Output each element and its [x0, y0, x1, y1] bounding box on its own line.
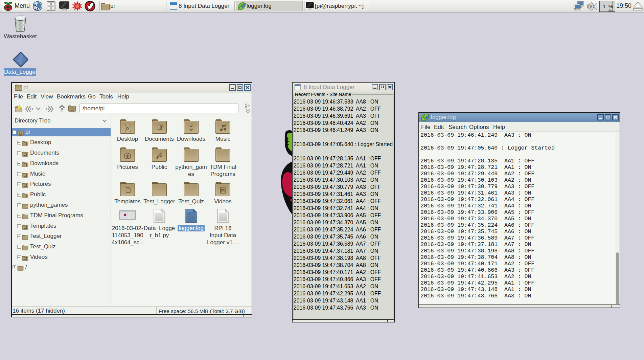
svg-text:D: D: [126, 127, 129, 131]
